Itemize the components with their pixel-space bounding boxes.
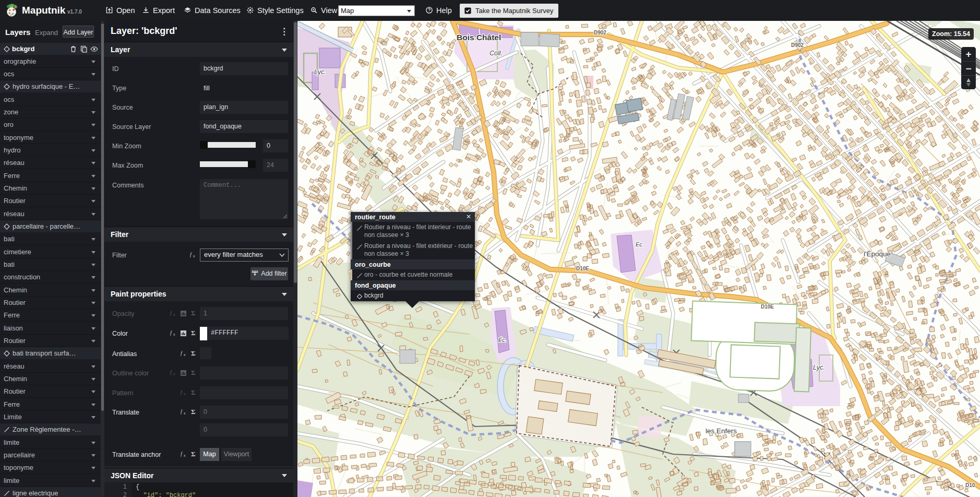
svg-text:f: f (181, 389, 183, 395)
svg-text:Coll.: Coll. (489, 50, 503, 57)
svg-text:D902: D902 (791, 42, 804, 48)
svg-text:x: x (173, 372, 175, 376)
svg-text:f: f (181, 409, 183, 415)
svg-text:f: f (170, 330, 172, 336)
svg-text:x: x (193, 254, 195, 258)
svg-text:x: x (184, 353, 186, 357)
svg-text:D902: D902 (594, 30, 606, 36)
svg-text:les Enfers: les Enfers (706, 427, 737, 435)
svg-text:f: f (181, 451, 183, 457)
svg-text:f: f (190, 252, 192, 257)
svg-text:x: x (173, 333, 175, 336)
svg-text:x: x (184, 454, 186, 457)
svg-text:Éc.: Éc. (498, 337, 507, 343)
svg-text:Éc.: Éc. (636, 241, 644, 247)
svg-text:D10E: D10E (761, 304, 774, 310)
svg-text:l'Époque: l'Époque (864, 250, 891, 258)
svg-text:f: f (170, 310, 172, 316)
svg-text:Lyc.: Lyc. (314, 68, 326, 76)
svg-text:Lyc.: Lyc. (813, 364, 825, 371)
svg-text:x: x (184, 411, 186, 415)
svg-text:Bois Châtel: Bois Châtel (457, 33, 501, 42)
svg-text:x: x (184, 392, 186, 396)
svg-text:D10: D10 (965, 482, 975, 488)
svg-text:D10E: D10E (576, 266, 589, 271)
svg-text:x: x (173, 313, 175, 316)
svg-text:f: f (170, 370, 172, 375)
svg-text:f: f (181, 350, 183, 356)
